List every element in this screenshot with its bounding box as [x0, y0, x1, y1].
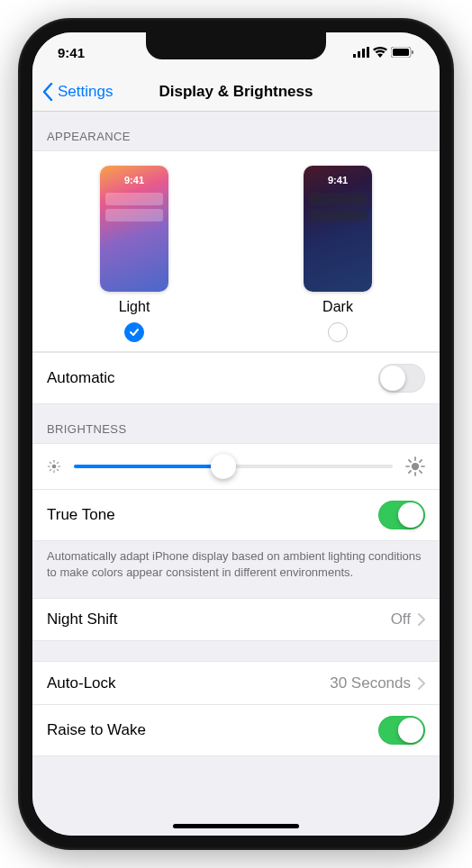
svg-rect-2 [362, 49, 365, 58]
automatic-label: Automatic [47, 369, 115, 387]
page-title: Display & Brightness [159, 83, 313, 101]
svg-line-22 [420, 471, 422, 473]
night-shift-cell[interactable]: Night Shift Off [32, 598, 440, 641]
truetone-toggle[interactable] [378, 501, 425, 529]
svg-rect-5 [412, 50, 413, 54]
light-radio[interactable] [124, 322, 144, 342]
automatic-toggle[interactable] [378, 364, 425, 393]
truetone-footer: Automatically adapt iPhone display based… [32, 541, 440, 598]
svg-rect-0 [353, 54, 356, 58]
auto-lock-value: 30 Seconds [330, 674, 411, 692]
raise-to-wake-cell[interactable]: Raise to Wake [32, 704, 440, 756]
svg-line-23 [409, 471, 411, 473]
svg-point-7 [52, 465, 57, 469]
svg-line-12 [50, 462, 50, 463]
wifi-icon [373, 47, 387, 58]
night-shift-value: Off [391, 610, 411, 628]
status-icons [353, 47, 414, 58]
device-frame: 9:41 Settings Display & Brightness APPEA… [18, 18, 454, 850]
appearance-selector: 9:41 Light 9:41 Dark [32, 150, 440, 352]
raise-to-wake-label: Raise to Wake [47, 721, 146, 739]
chevron-left-icon [41, 83, 54, 101]
sun-large-icon [405, 457, 425, 476]
sun-small-icon [47, 459, 61, 474]
raise-to-wake-toggle[interactable] [378, 716, 425, 745]
svg-rect-3 [367, 47, 369, 58]
night-shift-detail: Off [391, 610, 425, 628]
chevron-right-icon [418, 677, 425, 690]
automatic-cell[interactable]: Automatic [32, 352, 440, 404]
status-time: 9:41 [58, 45, 85, 60]
svg-rect-6 [393, 49, 409, 56]
brightness-header: BRIGHTNESS [32, 404, 440, 443]
preview-time-dark: 9:41 [304, 175, 372, 185]
night-shift-label: Night Shift [47, 610, 117, 628]
cellular-icon [353, 47, 369, 58]
back-button[interactable]: Settings [41, 83, 113, 101]
truetone-label: True Tone [47, 506, 115, 524]
svg-line-13 [57, 469, 58, 470]
brightness-slider-cell [32, 443, 440, 489]
chevron-right-icon [418, 613, 425, 626]
auto-lock-label: Auto-Lock [47, 674, 116, 692]
appearance-option-dark[interactable]: 9:41 Dark [304, 166, 372, 342]
dark-radio[interactable] [328, 322, 348, 342]
back-label: Settings [58, 83, 113, 101]
svg-line-21 [409, 460, 411, 462]
brightness-fill [74, 465, 223, 468]
battery-icon [391, 47, 414, 58]
brightness-knob[interactable] [211, 454, 236, 479]
auto-lock-detail: 30 Seconds [330, 674, 425, 692]
home-indicator[interactable] [173, 824, 299, 828]
screen: 9:41 Settings Display & Brightness APPEA… [32, 32, 440, 836]
appearance-header: APPEARANCE [32, 112, 440, 150]
dark-preview: 9:41 [304, 166, 372, 292]
check-icon [129, 327, 140, 338]
svg-line-15 [57, 462, 58, 463]
svg-point-16 [412, 463, 419, 470]
truetone-cell[interactable]: True Tone [32, 489, 440, 541]
appearance-option-light[interactable]: 9:41 Light [100, 166, 168, 342]
light-label: Light [119, 299, 150, 315]
content-scroll[interactable]: APPEARANCE 9:41 Light 9:41 [32, 112, 440, 836]
navigation-bar: Settings Display & Brightness [32, 72, 440, 112]
svg-rect-1 [358, 51, 360, 58]
device-notch [146, 32, 326, 59]
svg-line-24 [420, 460, 422, 462]
brightness-slider[interactable] [74, 465, 393, 468]
auto-lock-cell[interactable]: Auto-Lock 30 Seconds [32, 661, 440, 704]
light-preview: 9:41 [100, 166, 168, 292]
svg-line-14 [50, 469, 50, 470]
dark-label: Dark [322, 299, 353, 315]
preview-time-light: 9:41 [100, 175, 168, 185]
